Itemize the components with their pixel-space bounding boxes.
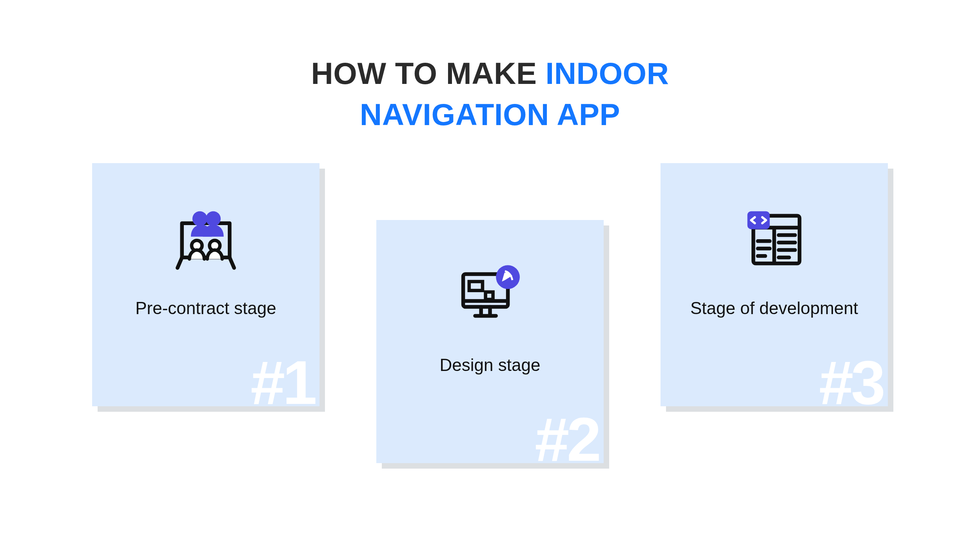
stage-badge: #3 (819, 351, 883, 406)
stage-label: Design stage (440, 355, 541, 375)
stage-label: Stage of development (690, 298, 858, 318)
stage-card-1: Pre-contract stage #1 (92, 163, 319, 406)
svg-rect-7 (486, 292, 493, 299)
title-part3: NAVIGATION APP (360, 97, 620, 132)
stage-cards: Pre-contract stage #1 Design stage #2 (0, 163, 980, 463)
team-board-icon (169, 200, 243, 279)
stage-badge: #2 (535, 408, 599, 463)
svg-point-3 (206, 211, 221, 226)
code-window-icon (737, 200, 811, 279)
stage-card-2: Design stage #2 (376, 220, 604, 463)
stage-card-3: Stage of development #3 (661, 163, 888, 406)
page-title: HOW TO MAKE INDOOR NAVIGATION APP (311, 53, 669, 136)
svg-rect-6 (469, 282, 483, 291)
svg-point-2 (192, 211, 207, 226)
stage-badge: #1 (250, 351, 315, 406)
stage-label: Pre-contract stage (135, 298, 276, 318)
title-part2: INDOOR (546, 56, 669, 91)
design-monitor-icon (453, 257, 527, 336)
title-part1: HOW TO MAKE (311, 56, 537, 91)
